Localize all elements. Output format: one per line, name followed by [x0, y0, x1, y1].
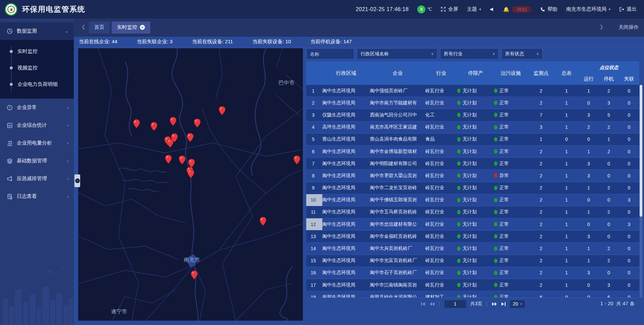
- run-cell: 1: [579, 246, 599, 251]
- table-row[interactable]: 4高坪生态环境局南充市高坪区王家店建砖瓦行业无计划正常31220: [306, 121, 639, 133]
- table-row[interactable]: 16阆中生态环境局阆中市石子页岩机砖厂砖瓦行业无计划正常21300: [306, 267, 639, 279]
- map-marker-icon[interactable]: [171, 133, 178, 143]
- table-row[interactable]: 15阆中生态环境局阆中市光富页岩机砖厂砖瓦行业无计划正常21120: [306, 255, 639, 267]
- map-panel[interactable]: 巴中市南充市遂宁市: [78, 48, 303, 321]
- table-row[interactable]: 11阆中生态环境局阆中市五马桥页岩机砖砖瓦行业无计划正常21120: [306, 206, 639, 218]
- table-row[interactable]: 13阆中生态环境局阆中市金福旺页岩机砖砖瓦行业无计划正常21300: [306, 230, 639, 242]
- filter-bar: 行政区域名称 ∨ 所有行业 ∨ 所有状态 ∨: [306, 48, 639, 59]
- mute-button[interactable]: [490, 7, 494, 12]
- table-row[interactable]: 10阆中生态环境局阆中千佛镇五郎垭页岩砖瓦行业无计划正常21003: [306, 194, 639, 206]
- tabs-scroll-left-icon[interactable]: 《: [79, 23, 84, 31]
- chevron-down-icon: ▾: [609, 7, 610, 11]
- table-row[interactable]: 12阆中生态环境局阆中市忠信建材有限公砖瓦行业无计划正常21003: [306, 218, 639, 230]
- last-page-button[interactable]: [501, 302, 506, 306]
- row-number-cell: 17: [306, 279, 322, 291]
- map-marker-icon[interactable]: [259, 217, 267, 226]
- sidebar-item-6[interactable]: 日志查看‹: [0, 187, 74, 205]
- table-row[interactable]: 8阆中生态环境局阆中市枣碧大梁山页岩砖瓦行业无计划异常21300: [306, 170, 639, 182]
- content-area: 巴中市南充市遂宁市 行政区域名称 ∨ 所有行业 ∨ 所有状态 ∨: [74, 48, 644, 325]
- table-row[interactable]: 7阆中生态环境局阆中明阳建材有限公司砖瓦行业无计划正常21300: [306, 158, 639, 170]
- col-lost: 失联: [619, 76, 639, 82]
- meter-cell: 1: [554, 149, 579, 154]
- table-row[interactable]: 1阆中生态环境局阆中强锐页岩砖厂砖瓦行业无计划正常21120: [306, 85, 639, 97]
- name-filter-input[interactable]: [306, 48, 354, 59]
- sidebar-subitem-0[interactable]: 实时监控: [0, 43, 74, 60]
- status-dot-icon: [494, 113, 497, 117]
- meter-cell: 0: [554, 137, 579, 142]
- map-marker-icon[interactable]: [150, 122, 158, 131]
- org-dropdown[interactable]: 南充市生态环境局 ▾: [566, 6, 610, 12]
- map-marker-icon[interactable]: [165, 155, 172, 164]
- stop-cell: 2: [599, 246, 619, 251]
- row-number-cell: 1: [306, 85, 322, 97]
- sidebar-subitem-2[interactable]: 企业电力负荷明细: [0, 76, 74, 93]
- meter-cell: 1: [554, 161, 579, 166]
- map-marker-icon[interactable]: [186, 133, 194, 142]
- status-dot-icon: [457, 247, 461, 251]
- map-marker-icon[interactable]: [191, 270, 198, 280]
- pagination-range-label: 1 - 20 共 47 条: [600, 301, 639, 307]
- temperature-unit: ℃: [427, 7, 432, 12]
- lost-cell: 0: [619, 161, 639, 166]
- table-row[interactable]: 5营山生态环境局营山县润丰肉食品有限食品无计划正常10010: [306, 133, 639, 146]
- region-cell: 阆中生态环境局: [322, 258, 370, 264]
- theme-dropdown[interactable]: 主题 ▾: [467, 6, 481, 12]
- next-page-button[interactable]: [492, 302, 497, 306]
- stop-cell: 2: [599, 185, 619, 191]
- stop-cell: 0: [599, 222, 619, 227]
- prev-page-button[interactable]: [429, 302, 435, 306]
- region-filter-select[interactable]: 行政区域名称 ∨: [357, 48, 437, 59]
- region-cell: 阆中生态环境局: [322, 173, 370, 179]
- table-row[interactable]: 17阆中生态环境局阆中市江南镇阆南页岩砖瓦行业无计划正常21030: [306, 279, 639, 291]
- chevron-down-icon: ▾: [479, 7, 481, 11]
- map-marker-icon[interactable]: [169, 117, 177, 126]
- sidebar-item-3[interactable]: 企业用电量分析‹: [0, 134, 74, 152]
- sidebar-subitem-1[interactable]: 视频监控: [0, 60, 74, 76]
- map-city-label-1: 南充市: [184, 257, 200, 264]
- limit-cell: 无计划: [457, 282, 494, 288]
- table-row[interactable]: 3仪陇生态环境局西南油气田分公司川中化工无计划正常71350: [306, 109, 639, 121]
- close-tab-icon[interactable]: ✕: [140, 25, 145, 30]
- sidebar-item-4[interactable]: 基础数据管理‹: [0, 152, 74, 170]
- sidebar-item-1[interactable]: 企业异常‹: [0, 99, 74, 116]
- sidebar-item-2[interactable]: 企业综合统计‹: [0, 116, 74, 134]
- scrollbar-thumb[interactable]: [640, 85, 642, 217]
- points-cell: 2: [528, 282, 554, 288]
- region-cell: 营山生态环境局: [322, 136, 370, 142]
- map-marker-icon[interactable]: [293, 155, 301, 165]
- logout-button[interactable]: 退出: [619, 6, 637, 12]
- sidebar-item-0[interactable]: 数据监测⌄: [0, 22, 74, 40]
- facility-cell: 正常: [494, 209, 528, 215]
- table-scrollbar[interactable]: [640, 85, 642, 297]
- company-cell: 阆中市枣碧大梁山页岩: [370, 173, 425, 179]
- tab-realtime-monitor[interactable]: 实时监控 ✕: [112, 21, 150, 34]
- close-operations-button[interactable]: 关闭操作: [619, 24, 639, 31]
- map-marker-icon[interactable]: [218, 106, 226, 115]
- table-row[interactable]: 9阆中生态环境局阆中市二龙长宝页岩砖砖瓦行业无计划正常21120: [306, 182, 639, 194]
- chevron-left-icon: ‹: [67, 105, 68, 110]
- status-filter-select[interactable]: 所有状态 ∨: [501, 48, 543, 59]
- page-size-select[interactable]: 20 ˅: [510, 300, 525, 308]
- table-row[interactable]: 14阆中生态环境局阆中大兴页岩机砖厂砖瓦行业无计划正常21120: [306, 242, 639, 255]
- lost-cell: 3: [619, 222, 639, 227]
- map-marker-icon[interactable]: [133, 119, 140, 128]
- tab-home[interactable]: 首页: [89, 21, 110, 34]
- table-row[interactable]: 18南部生态环境局南部县砂化水泥有限公建材加工无计划正常60060: [306, 291, 639, 297]
- map-marker-icon[interactable]: [187, 169, 195, 178]
- map-collapse-handle[interactable]: ‹: [74, 174, 80, 187]
- notifications-button[interactable]: 🔔 2632: [503, 6, 532, 13]
- status-metric-2: 当前在线设备:211: [192, 39, 233, 45]
- page-number-input[interactable]: [444, 300, 466, 308]
- table-row[interactable]: 2阆中生态环境局阆中市南方节能建材有砖瓦行业无计划正常21030: [306, 97, 639, 109]
- map-marker-icon[interactable]: [178, 155, 186, 165]
- run-cell: 1: [579, 258, 599, 263]
- tabs-scroll-right-icon[interactable]: 》: [600, 23, 605, 31]
- map-marker-icon[interactable]: [194, 118, 201, 128]
- region-cell: 阆中生态环境局: [322, 221, 370, 227]
- first-page-button[interactable]: [421, 302, 425, 306]
- table-row[interactable]: 6阆中生态环境局阆中市金博瑞新型墙材砖瓦行业无计划正常21120: [306, 146, 639, 158]
- help-button[interactable]: 帮助: [540, 6, 557, 12]
- fullscreen-button[interactable]: 全屏: [441, 6, 458, 12]
- industry-filter-select[interactable]: 所有行业 ∨: [440, 48, 499, 59]
- sidebar-item-5[interactable]: 应急减排管理‹: [0, 170, 74, 187]
